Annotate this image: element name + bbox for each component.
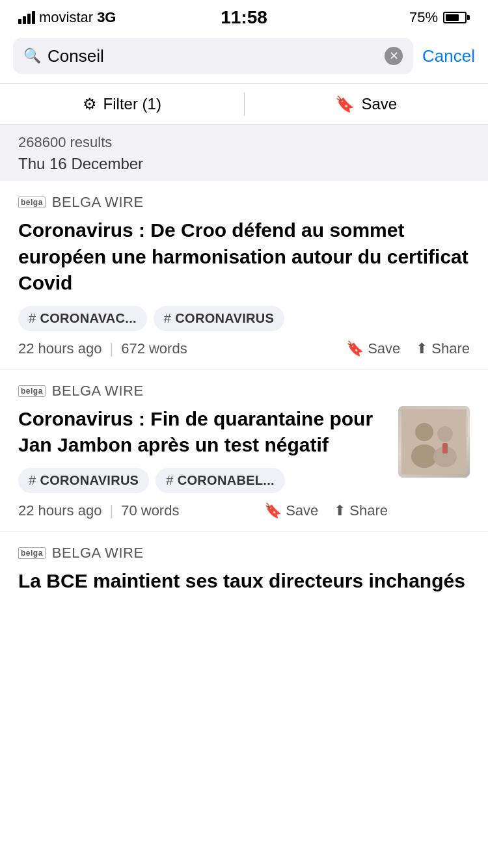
svg-rect-0 <box>401 409 467 474</box>
status-time: 11:58 <box>221 7 267 28</box>
filter-label: Filter (1) <box>103 95 161 113</box>
tags-row: # CORONAVIRUS # CORONABEL... <box>18 468 388 493</box>
source-name: BELGA WIRE <box>52 383 144 400</box>
article-share-button[interactable]: ⬆ Share <box>334 502 388 519</box>
article-text: Coronavirus : Fin de quarantaine pour Ja… <box>18 406 388 519</box>
meta-time: 22 hours ago <box>18 502 102 519</box>
save-button[interactable]: 🔖 Save <box>245 84 489 124</box>
share-icon: ⬆ <box>416 340 427 357</box>
svg-point-3 <box>437 426 453 442</box>
article-share-button[interactable]: ⬆ Share <box>416 340 470 357</box>
article-title: Coronavirus : De Croo défend au sommet e… <box>18 217 470 297</box>
battery-percentage: 75% <box>409 9 438 26</box>
source-name: BELGA WIRE <box>52 194 144 211</box>
tags-row: # CORONAVAC... # CORONAVIRUS <box>18 306 470 331</box>
source-logo: belga <box>18 547 46 559</box>
meta-actions: 🔖 Save ⬆ Share <box>346 340 470 357</box>
carrier-label: movistar <box>39 9 93 26</box>
article-card[interactable]: belga BELGA WIRE La BCE maintient ses ta… <box>0 532 488 630</box>
search-clear-button[interactable]: ✕ <box>385 47 403 65</box>
cancel-button[interactable]: Cancel <box>422 46 475 66</box>
results-date: Thu 16 December <box>18 155 470 177</box>
article-save-button[interactable]: 🔖 Save <box>264 502 318 519</box>
svg-rect-5 <box>442 443 448 454</box>
article-thumbnail <box>398 406 470 478</box>
article-content: Coronavirus : Fin de quarantaine pour Ja… <box>18 406 470 519</box>
article-card[interactable]: belga BELGA WIRE Coronavirus : Fin de qu… <box>0 370 488 532</box>
tag[interactable]: # CORONABEL... <box>156 468 285 493</box>
filter-icon: ⚙ <box>83 95 97 113</box>
meta-words: 672 words <box>121 340 187 357</box>
svg-point-2 <box>411 444 437 468</box>
status-bar: movistar 3G 11:58 75% <box>0 0 488 31</box>
search-icon: 🔍 <box>23 47 41 64</box>
article-title: La BCE maintient ses taux directeurs inc… <box>18 568 470 595</box>
save-label: Save <box>361 95 397 113</box>
tag[interactable]: # CORONAVAC... <box>18 306 147 331</box>
signal-icon <box>18 11 35 24</box>
network-label: 3G <box>97 9 116 26</box>
filter-button[interactable]: ⚙ Filter (1) <box>0 84 244 124</box>
search-input[interactable] <box>47 46 378 66</box>
article-text: La BCE maintient ses taux directeurs inc… <box>18 568 470 595</box>
save-icon: 🔖 <box>346 340 364 357</box>
source-logo: belga <box>18 197 46 208</box>
article-card[interactable]: belga BELGA WIRE Coronavirus : De Croo d… <box>0 181 488 370</box>
share-icon: ⬆ <box>334 502 346 519</box>
meta-words: 70 words <box>121 502 179 519</box>
article-source: belga BELGA WIRE <box>18 383 470 400</box>
article-meta: 22 hours ago | 672 words 🔖 Save ⬆ Share <box>18 340 470 357</box>
tag[interactable]: # CORONAVIRUS <box>18 468 149 493</box>
search-bar-container: 🔍 ✕ Cancel <box>0 31 488 83</box>
search-input-wrapper[interactable]: 🔍 ✕ <box>13 38 413 74</box>
article-text: Coronavirus : De Croo défend au sommet e… <box>18 217 470 357</box>
article-save-button[interactable]: 🔖 Save <box>346 340 400 357</box>
svg-point-1 <box>415 423 433 441</box>
action-bar: ⚙ Filter (1) 🔖 Save <box>0 83 488 125</box>
article-meta: 22 hours ago | 70 words 🔖 Save ⬆ Share <box>18 502 388 519</box>
source-logo: belga <box>18 385 46 397</box>
article-title: Coronavirus : Fin de quarantaine pour Ja… <box>18 406 388 459</box>
article-source: belga BELGA WIRE <box>18 194 470 211</box>
results-count: 268600 results <box>18 134 470 151</box>
source-name: BELGA WIRE <box>52 545 144 562</box>
battery-icon <box>443 12 470 23</box>
status-left: movistar 3G <box>18 9 116 26</box>
bookmark-icon: 🔖 <box>335 95 355 113</box>
results-header: 268600 results Thu 16 December <box>0 125 488 181</box>
meta-time: 22 hours ago <box>18 340 102 357</box>
thumbnail-image <box>398 406 470 478</box>
status-right: 75% <box>409 9 470 26</box>
save-icon: 🔖 <box>264 502 282 519</box>
tag[interactable]: # CORONAVIRUS <box>154 306 284 331</box>
article-source: belga BELGA WIRE <box>18 545 470 562</box>
meta-actions: 🔖 Save ⬆ Share <box>264 502 388 519</box>
